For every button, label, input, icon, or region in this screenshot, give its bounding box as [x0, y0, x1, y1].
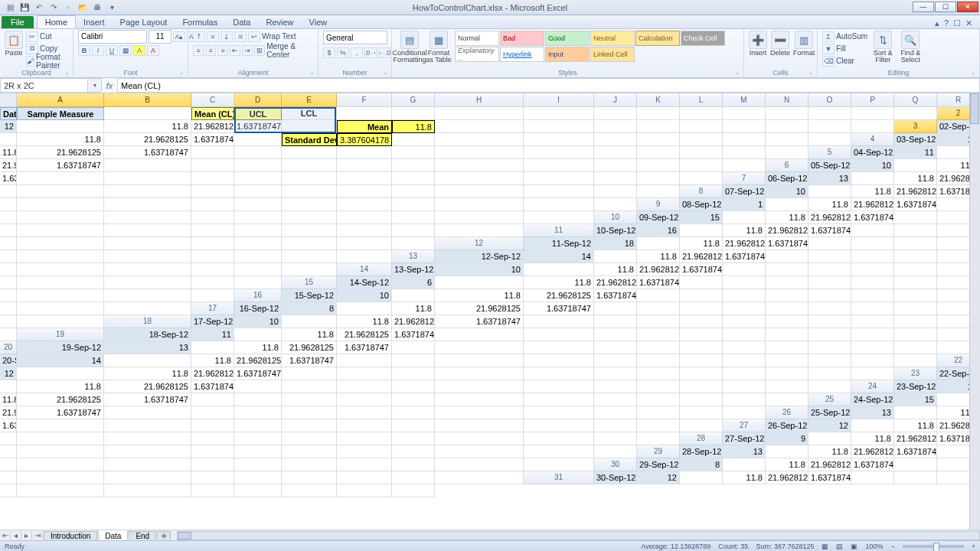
row-header-5[interactable]: 5 [808, 146, 851, 159]
cell-L10[interactable] [104, 224, 191, 237]
cell-G16[interactable] [637, 289, 680, 302]
cell-G3[interactable] [234, 133, 282, 146]
cell-K7[interactable] [234, 185, 282, 198]
cell-B9[interactable]: 1 [723, 198, 766, 211]
tab-formulas[interactable]: Formulas [175, 16, 225, 28]
cell-R21[interactable] [894, 354, 937, 367]
cell-P20[interactable] [851, 341, 894, 354]
cell-B20[interactable]: 13 [104, 341, 191, 354]
cell-H12[interactable] [851, 237, 894, 250]
cell-L3[interactable] [524, 133, 594, 146]
style-hyperlink[interactable]: Hyperlink [500, 47, 544, 62]
cell-R25[interactable] [723, 406, 766, 419]
cell-Q23[interactable] [766, 380, 808, 393]
cell-M28[interactable] [282, 445, 337, 458]
delete-cells-button[interactable]: ➖Delete [770, 31, 790, 57]
window-close-icon[interactable]: ✕ [965, 18, 972, 28]
cell-N21[interactable] [723, 354, 766, 367]
cell-R1[interactable] [894, 107, 937, 120]
style-neutral[interactable]: Neutral [590, 31, 635, 46]
cell-I23[interactable] [337, 380, 392, 393]
cell-G1[interactable] [337, 107, 392, 120]
cell-G21[interactable] [337, 354, 392, 367]
cell-C30[interactable] [723, 458, 766, 471]
new-sheet-icon[interactable]: ✧ [157, 531, 171, 540]
cell-P28[interactable] [435, 445, 524, 458]
row-header-12[interactable]: 12 [435, 237, 524, 250]
cell-N31[interactable] [191, 484, 234, 497]
cell-D23[interactable]: 11.8 [17, 380, 104, 393]
cell-G2[interactable] [282, 120, 337, 133]
row-header-17[interactable]: 17 [191, 302, 234, 315]
cell-R16[interactable] [104, 302, 191, 315]
cell-C13[interactable] [594, 250, 637, 263]
cell-L15[interactable] [894, 276, 937, 289]
cell-C23[interactable] [0, 380, 17, 393]
cell-K5[interactable] [337, 159, 392, 172]
cell-D18[interactable]: 11.8 [337, 315, 392, 328]
cell-N23[interactable] [637, 380, 680, 393]
cell-N17[interactable] [894, 302, 937, 315]
cell-J24[interactable] [337, 393, 392, 406]
cell-Q29[interactable] [435, 458, 524, 471]
cell-L7[interactable] [282, 185, 337, 198]
cell-P5[interactable] [637, 159, 680, 172]
cell-styles-gallery[interactable]: Normal Bad Good Neutral Calculation Chec… [455, 31, 730, 62]
cell-R31[interactable] [392, 484, 435, 497]
cell-B15[interactable]: 6 [392, 276, 435, 289]
undo-icon[interactable]: ↶ [32, 2, 46, 14]
zoom-level[interactable]: 100% [865, 543, 883, 550]
cell-J5[interactable] [282, 159, 337, 172]
cell-O27[interactable] [435, 432, 524, 445]
cell-A18[interactable]: 17-Sep-12 [191, 315, 234, 328]
cell-P1[interactable] [808, 107, 851, 120]
cell-D20[interactable]: 11.8 [234, 341, 282, 354]
cell-D15[interactable]: 11.8 [524, 276, 594, 289]
cell-F18[interactable]: 1.63718747 [435, 315, 524, 328]
cell-O28[interactable] [392, 445, 435, 458]
cell-O18[interactable] [894, 315, 937, 328]
format-as-table-button[interactable]: ▦Format as Table [426, 31, 452, 64]
cell-H24[interactable] [234, 393, 282, 406]
italic-button[interactable]: I [92, 45, 104, 56]
cell-K2[interactable] [524, 120, 594, 133]
cell-G6[interactable] [17, 172, 104, 185]
cell-D12[interactable]: 11.8 [680, 237, 723, 250]
cell-D27[interactable]: 11.8 [894, 419, 937, 432]
cell-E15[interactable]: 21.9628125 [594, 276, 637, 289]
row-header-18[interactable]: 18 [104, 315, 191, 328]
cell-Q26[interactable] [637, 419, 680, 432]
cell-C18[interactable] [282, 315, 337, 328]
select-all-corner[interactable] [0, 93, 17, 107]
cell-P8[interactable] [435, 198, 524, 211]
cell-A12[interactable]: 11-Sep-12 [524, 237, 594, 250]
cell-F1[interactable]: LCL [282, 107, 337, 120]
cell-B14[interactable]: 10 [435, 263, 524, 276]
cell-F17[interactable]: 1.63718747 [524, 302, 594, 315]
formula-input[interactable] [117, 78, 980, 93]
cell-D22[interactable]: 11.8 [104, 367, 191, 380]
cell-I8[interactable] [17, 198, 104, 211]
view-layout-icon[interactable]: ▤ [836, 543, 843, 550]
cell-K14[interactable] [894, 263, 937, 276]
cell-L26[interactable] [337, 419, 392, 432]
cell-J9[interactable] [17, 211, 104, 224]
cell-G27[interactable] [0, 432, 17, 445]
col-header-D[interactable]: D [234, 93, 282, 107]
cell-D13[interactable]: 11.8 [637, 250, 680, 263]
cell-B5[interactable]: 11 [894, 146, 937, 159]
row-header-29[interactable]: 29 [637, 445, 680, 458]
cell-M9[interactable] [234, 211, 282, 224]
horizontal-scrollbar[interactable] [177, 531, 980, 540]
format-painter-icon[interactable]: 🖌 [26, 56, 34, 67]
cell-G10[interactable] [894, 211, 937, 224]
cell-I24[interactable] [282, 393, 337, 406]
cell-F31[interactable]: 1.63718747 [808, 471, 851, 484]
cell-R29[interactable] [524, 458, 594, 471]
cell-J25[interactable] [282, 406, 337, 419]
cell-R7[interactable] [637, 185, 680, 198]
cell-M26[interactable] [392, 419, 435, 432]
cell-Q5[interactable] [680, 159, 723, 172]
cell-F11[interactable]: 1.63718747 [808, 224, 851, 237]
cell-O24[interactable] [637, 393, 680, 406]
